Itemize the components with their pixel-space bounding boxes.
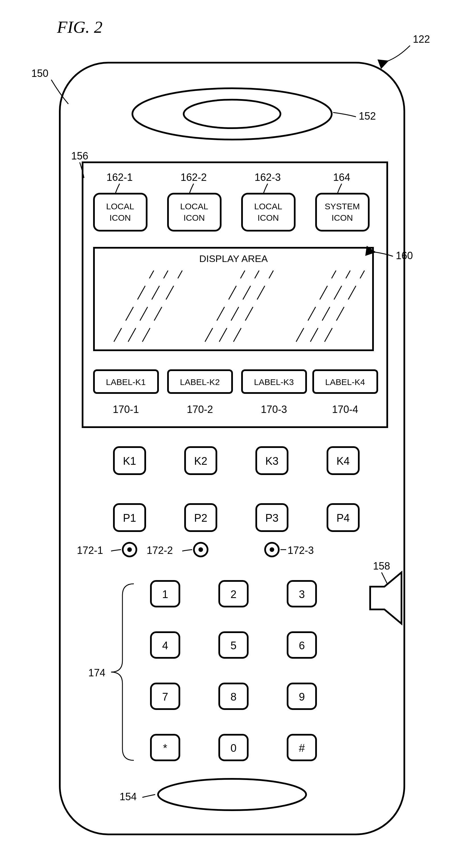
pkey-p4[interactable]: P4 — [328, 504, 359, 531]
svg-text:ICON: ICON — [184, 213, 205, 222]
key-6[interactable]: 6 — [287, 632, 316, 658]
svg-text:9: 9 — [299, 691, 305, 703]
key-9[interactable]: 9 — [287, 683, 316, 709]
callout-icon2: 162-2 — [181, 172, 207, 183]
svg-text:ICON: ICON — [258, 213, 279, 222]
softkey-k1[interactable]: K1 — [114, 447, 145, 474]
svg-text:0: 0 — [230, 742, 236, 754]
led-1-icon — [123, 543, 136, 556]
callout-keypad: 174 — [88, 667, 105, 679]
glare-icon — [114, 271, 364, 342]
callout-label-k4: 170-4 — [332, 404, 358, 415]
svg-text:K3: K3 — [265, 455, 278, 467]
svg-line-23 — [325, 271, 364, 342]
callout-mic: 154 — [120, 791, 137, 803]
led-2-icon — [194, 543, 208, 556]
svg-text:2: 2 — [230, 588, 236, 600]
svg-text:*: * — [163, 742, 167, 754]
svg-text:K1: K1 — [123, 455, 136, 467]
svg-text:K2: K2 — [194, 455, 207, 467]
local-icon-2[interactable]: LOCALICON — [168, 194, 221, 231]
callout-led3: 172-3 — [287, 545, 314, 556]
svg-rect-6 — [168, 194, 221, 231]
callout-screen: 156 — [71, 150, 88, 162]
led-3-icon — [265, 543, 279, 556]
key-star[interactable]: * — [151, 735, 179, 761]
svg-point-49 — [127, 547, 132, 552]
svg-text:LOCAL: LOCAL — [180, 202, 208, 211]
earpiece-icon — [132, 88, 332, 140]
callout-earpiece: 152 — [359, 110, 376, 122]
key-2[interactable]: 2 — [219, 581, 248, 607]
svg-rect-12 — [316, 194, 369, 231]
callout-speaker: 158 — [373, 560, 390, 572]
svg-point-2 — [184, 100, 280, 128]
local-icon-1[interactable]: LOCALICON — [94, 194, 147, 231]
key-7[interactable]: 7 — [151, 683, 179, 709]
keypad: 174 — [88, 584, 134, 761]
figure-title: FIG. 2 — [57, 18, 102, 36]
svg-text:LOCAL: LOCAL — [254, 202, 282, 211]
svg-text:ICON: ICON — [110, 213, 131, 222]
svg-text:P3: P3 — [265, 512, 278, 524]
svg-point-1 — [132, 88, 332, 140]
svg-text:LABEL-K3: LABEL-K3 — [254, 377, 294, 387]
key-1[interactable]: 1 — [151, 581, 179, 607]
svg-text:LABEL-K1: LABEL-K1 — [106, 377, 146, 387]
svg-point-51 — [199, 547, 203, 552]
softkey-label-k2: LABEL-K2 — [168, 370, 232, 393]
display-label: DISPLAY AREA — [199, 253, 268, 264]
svg-line-20 — [234, 271, 273, 342]
key-3[interactable]: 3 — [287, 581, 316, 607]
svg-rect-9 — [242, 194, 295, 231]
svg-text:P1: P1 — [123, 512, 136, 524]
callout-device: 122 — [413, 33, 430, 45]
local-icon-3[interactable]: LOCALICON — [242, 194, 295, 231]
softkey-label-k3: LABEL-K3 — [242, 370, 306, 393]
svg-point-53 — [270, 547, 274, 552]
pkey-p1[interactable]: P1 — [114, 504, 145, 531]
callout-icon3: 162-3 — [254, 172, 281, 183]
svg-text:P2: P2 — [194, 512, 207, 524]
softkey-label-k1: LABEL-K1 — [94, 370, 158, 393]
svg-text:SYSTEM: SYSTEM — [325, 202, 360, 211]
key-5[interactable]: 5 — [219, 632, 248, 658]
key-hash[interactable]: # — [287, 735, 316, 761]
svg-text:7: 7 — [162, 691, 168, 703]
svg-text:LABEL-K2: LABEL-K2 — [180, 377, 220, 387]
callout-led2: 172-2 — [147, 545, 173, 556]
callout-label-k3: 170-3 — [261, 404, 287, 415]
svg-line-17 — [142, 271, 182, 342]
system-icon[interactable]: SYSTEMICON — [316, 194, 369, 231]
svg-text:6: 6 — [299, 640, 305, 652]
pkey-p3[interactable]: P3 — [256, 504, 287, 531]
callout-housing: 150 — [31, 67, 49, 79]
svg-text:ICON: ICON — [332, 213, 353, 222]
softkey-label-k4: LABEL-K4 — [313, 370, 377, 393]
svg-point-78 — [158, 779, 306, 810]
callout-icon4: 164 — [333, 172, 350, 183]
callout-label-k2: 170-2 — [187, 404, 213, 415]
key-0[interactable]: 0 — [219, 735, 248, 761]
callout-display: 160 — [396, 250, 413, 261]
svg-text:P4: P4 — [337, 512, 349, 524]
svg-text:LOCAL: LOCAL — [106, 202, 134, 211]
softkey-k2[interactable]: K2 — [185, 447, 216, 474]
svg-text:3: 3 — [299, 588, 305, 600]
mic-icon — [158, 779, 306, 810]
svg-text:4: 4 — [162, 640, 168, 652]
key-4[interactable]: 4 — [151, 632, 179, 658]
pkey-p2[interactable]: P2 — [185, 504, 216, 531]
svg-text:#: # — [299, 742, 305, 754]
softkey-k4[interactable]: K4 — [328, 447, 359, 474]
svg-text:1: 1 — [162, 588, 168, 600]
svg-text:LABEL-K4: LABEL-K4 — [325, 377, 365, 387]
softkey-k3[interactable]: K3 — [256, 447, 287, 474]
svg-text:5: 5 — [230, 640, 236, 652]
callout-icon1: 162-1 — [106, 172, 133, 183]
callout-label-k1: 170-1 — [113, 404, 139, 415]
svg-text:8: 8 — [230, 691, 236, 703]
svg-rect-3 — [94, 194, 147, 231]
key-8[interactable]: 8 — [219, 683, 248, 709]
svg-text:K4: K4 — [337, 455, 349, 467]
